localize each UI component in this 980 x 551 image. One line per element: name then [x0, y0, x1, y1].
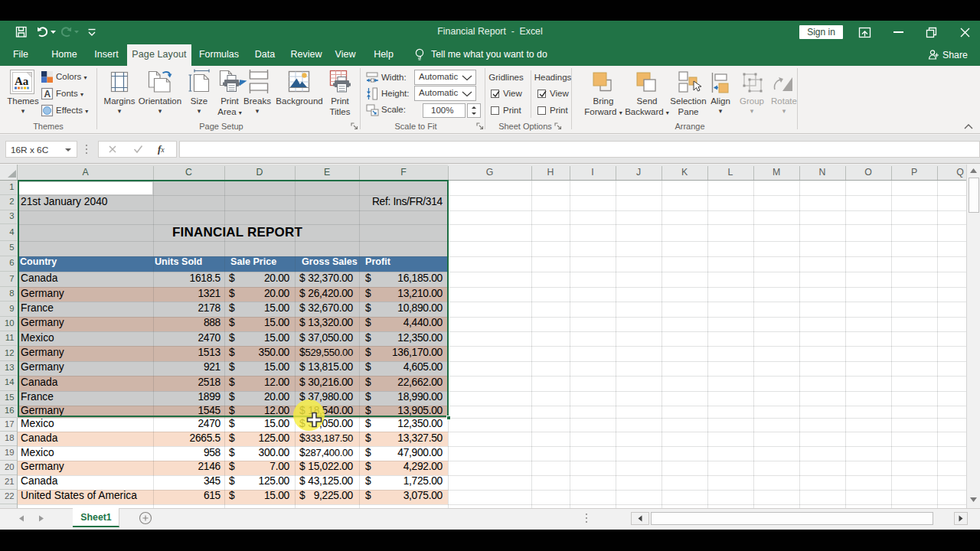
- svg-text:Aa: Aa: [15, 75, 29, 87]
- svg-text:A: A: [44, 89, 51, 99]
